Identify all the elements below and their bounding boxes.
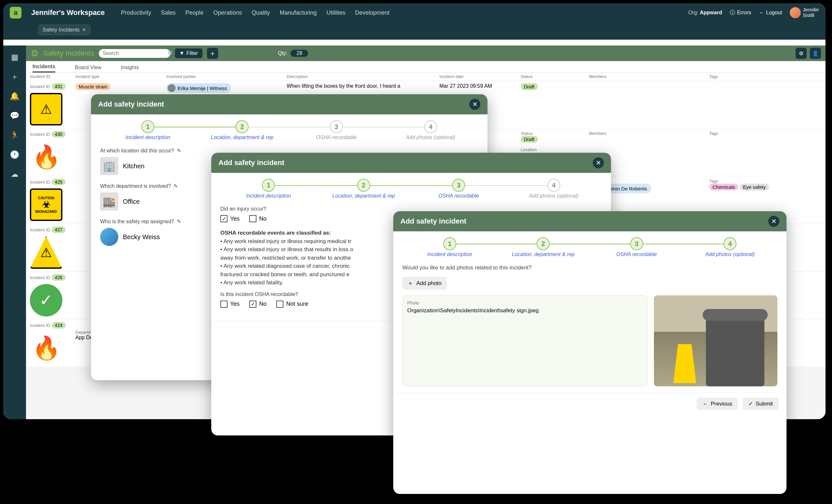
close-button[interactable]: ✕ [768, 216, 779, 227]
submit-button[interactable]: ✓Submit [743, 398, 779, 410]
close-button[interactable]: ✕ [593, 157, 604, 168]
add-button[interactable]: ＋ [207, 48, 218, 59]
tab-board[interactable]: Board View [75, 65, 101, 73]
checkbox-osha-no[interactable]: ✓ [249, 300, 256, 308]
clock-icon[interactable]: 🕐 [9, 150, 20, 160]
search-box[interactable]: 🔍 [99, 49, 170, 58]
trash-can-icon [706, 315, 764, 387]
toolbar-title: Safety Incidents [43, 49, 94, 57]
modal-header: Add safety incident ✕ [211, 153, 611, 173]
building-icon: 🏢 [100, 157, 118, 175]
apps-icon[interactable]: ▦ [9, 52, 20, 62]
org-name: Appward [700, 10, 722, 15]
nav-utilities[interactable]: Utilities [326, 9, 345, 16]
search-input[interactable] [103, 50, 168, 56]
workspace-title: Jennifer's Workspace [31, 8, 105, 17]
chat-icon[interactable]: 💬 [9, 110, 20, 121]
edit-icon[interactable]: ✎ [174, 183, 178, 189]
nav-quality[interactable]: Quality [252, 9, 270, 16]
settings-button[interactable]: ⚙ [796, 48, 807, 59]
hazard-biohazard-icon: CAUTION☣BIOHAZARD [30, 188, 62, 221]
hazard-safety-icon: ✓ [30, 284, 62, 317]
rep-avatar [100, 228, 118, 246]
edit-icon[interactable]: ✎ [177, 148, 181, 154]
edit-icon[interactable]: ✎ [177, 218, 181, 224]
stepper: 1 2 3 4 [91, 114, 488, 135]
nav-sales[interactable]: Sales [161, 9, 176, 16]
run-icon[interactable]: 🏃 [9, 130, 20, 140]
photo-card[interactable]: Photo Organization\SafetyIncidents\Incid… [402, 295, 647, 387]
filter-button[interactable]: ▼Filter [175, 48, 203, 58]
checkbox-yes[interactable]: ✓ [220, 215, 228, 222]
topbar: a Jennifer's Workspace Productivity Sale… [3, 3, 826, 22]
logout-button[interactable]: ←Logout [759, 10, 782, 16]
check-icon: ✓ [749, 400, 753, 407]
modal-header: Add safety incident ✕ [393, 211, 786, 231]
cloud-icon[interactable]: ☁ [9, 169, 20, 179]
tab-incidents[interactable]: Incidents [32, 64, 55, 73]
close-icon[interactable]: ✕ [82, 27, 86, 32]
checkbox-osha-notsure[interactable] [276, 300, 283, 308]
modal-header: Add safety incident ✕ [91, 94, 488, 114]
office-icon: 🏬 [100, 192, 118, 211]
hazard-fire-icon: 🔥 [30, 332, 62, 364]
nav-productivity[interactable]: Productivity [121, 9, 151, 16]
plus-icon: ＋ [408, 280, 413, 287]
nav-links: Productivity Sales People Operations Qua… [121, 9, 389, 16]
wet-floor-sign-icon [673, 344, 696, 383]
bell-icon[interactable]: 🔔 [9, 91, 20, 101]
back-icon: ← [759, 10, 764, 16]
info-icon: ⓘ [730, 9, 735, 16]
checkbox-no[interactable] [249, 215, 256, 222]
nav-people[interactable]: People [185, 9, 204, 16]
hazard-fire-icon: 🔥 [30, 141, 62, 173]
breadcrumb-bar: Safety Incidents ✕ [3, 22, 826, 39]
nav-development[interactable]: Development [355, 9, 389, 16]
logo-icon[interactable]: a [10, 7, 22, 19]
arrow-left-icon: ← [703, 401, 708, 407]
previous-button[interactable]: ←Previous [697, 398, 738, 410]
qty: Qty: 28 [278, 50, 308, 57]
nav-manufacturing[interactable]: Manufacturing [280, 9, 316, 16]
nav-operations[interactable]: Operations [213, 9, 242, 16]
user-button[interactable]: 👤 [810, 48, 821, 59]
gear-icon[interactable]: ⚙ [30, 48, 39, 59]
photo-preview [654, 295, 777, 387]
user-menu[interactable]: JenniferSistilli [790, 7, 819, 18]
errors-button[interactable]: ⓘErrors [730, 9, 751, 16]
hazard-slip-icon: ⚠ [30, 236, 62, 269]
list-header: Incident ID Incident type Involved parti… [26, 73, 826, 81]
tab-insights[interactable]: Insights [121, 65, 139, 73]
checkbox-osha-yes[interactable] [220, 300, 228, 308]
topbar-right: Org: Appward ⓘErrors ←Logout JenniferSis… [688, 7, 819, 18]
search-icon[interactable]: 🔍 [168, 50, 174, 56]
avatar [790, 7, 801, 18]
close-button[interactable]: ✕ [469, 99, 480, 110]
add-icon[interactable]: ＋ [9, 72, 20, 82]
toolbar: ⚙ Safety Incidents 🔍 ▼Filter ＋ Qty: 28 ⚙… [26, 46, 826, 61]
sidebar: ▦ ＋ 🔔 💬 🏃 🕐 ☁ [3, 46, 26, 419]
tabs: Incidents Board View Insights [26, 61, 826, 73]
org-label: Org: [688, 10, 698, 15]
filter-icon: ▼ [179, 50, 185, 56]
hazard-lifting-icon: ⚠ [30, 93, 62, 126]
modal-step4: Add safety incident ✕ 1 2 3 4 Incident d… [393, 211, 786, 494]
breadcrumb-chip[interactable]: Safety Incidents ✕ [38, 25, 90, 35]
add-photo-button[interactable]: ＋Add photo [402, 277, 447, 290]
